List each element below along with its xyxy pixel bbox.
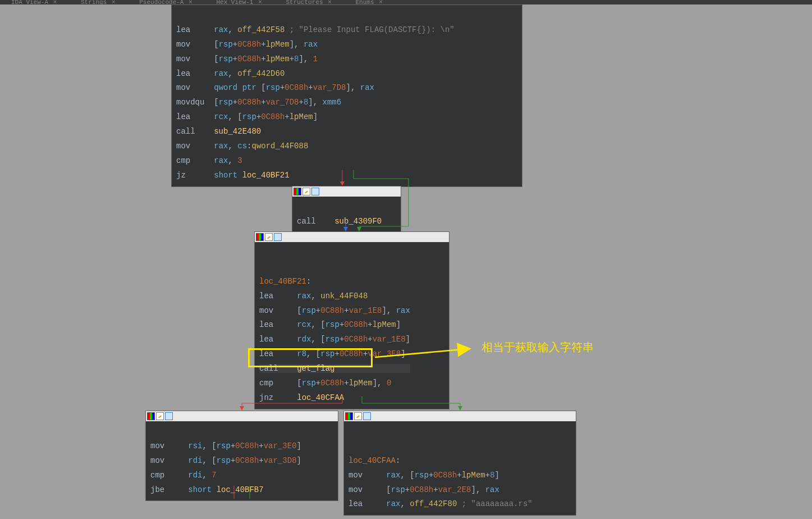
graph-node[interactable]: lea rax, off_442F58 ; "Please Input FLAG… [171, 4, 522, 187]
disasm-body: lea rax, off_442F58 ; "Please Input FLAG… [172, 5, 522, 186]
edit-icon[interactable] [354, 412, 362, 420]
tab-strings[interactable]: Strings× [70, 0, 128, 4]
disasm-body: loc_40BF21: lea rax, unk_44F048 mov [rsp… [255, 242, 449, 409]
rgb-icon[interactable] [293, 188, 301, 195]
graph-node[interactable]: loc_40CFAA: mov rax, [rsp+0C88h+lpMem+8]… [343, 411, 576, 516]
doc-icon[interactable] [274, 233, 282, 241]
rgb-icon[interactable] [345, 412, 353, 420]
rgb-icon[interactable] [256, 233, 264, 241]
node-header [344, 411, 576, 421]
tab-ida-view[interactable]: IDA View-A× [0, 0, 70, 4]
close-icon[interactable]: × [326, 0, 333, 4]
graph-node[interactable]: call sub_4309F0 [292, 186, 401, 233]
close-icon[interactable]: × [187, 0, 194, 4]
node-header [255, 232, 449, 242]
close-icon[interactable]: × [110, 0, 117, 4]
tab-hex-view[interactable]: Hex View-1× [205, 0, 274, 4]
graph-node[interactable]: mov rsi, [rsp+0C88h+var_3E0] mov rdi, [r… [145, 411, 338, 501]
edit-icon[interactable] [302, 188, 310, 195]
edit-icon[interactable] [265, 233, 273, 241]
tab-bar: IDA View-A× Strings× Pseudocode-A× Hex V… [0, 0, 812, 4]
disasm-body: loc_40CFAA: mov rax, [rsp+0C88h+lpMem+8]… [344, 421, 576, 515]
tab-enums[interactable]: Enums× [344, 0, 395, 4]
rgb-icon[interactable] [147, 412, 155, 420]
close-icon[interactable]: × [52, 0, 58, 4]
annotation-text: 相当于获取输入字符串 [481, 340, 594, 355]
close-icon[interactable]: × [256, 0, 263, 4]
disasm-body: call sub_4309F0 [292, 197, 401, 233]
doc-icon[interactable] [311, 188, 319, 195]
graph-node[interactable]: loc_40BF21: lea rax, unk_44F048 mov [rsp… [254, 231, 449, 409]
doc-icon[interactable] [165, 412, 173, 420]
node-header [292, 186, 401, 197]
disasm-body: mov rsi, [rsp+0C88h+var_3E0] mov rdi, [r… [146, 421, 338, 500]
close-icon[interactable]: × [378, 0, 384, 4]
tab-structures[interactable]: Structures× [274, 0, 344, 4]
tab-pseudocode[interactable]: Pseudocode-A× [128, 0, 205, 4]
node-header [146, 411, 338, 421]
graph-canvas[interactable]: lea rax, off_442F58 ; "Please Input FLAG… [0, 4, 812, 519]
doc-icon[interactable] [363, 412, 371, 420]
edit-icon[interactable] [156, 412, 164, 420]
